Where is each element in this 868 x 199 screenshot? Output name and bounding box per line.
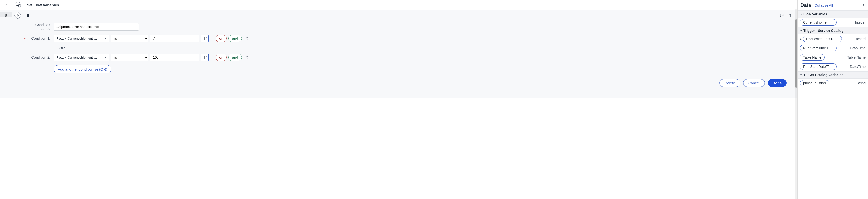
pill-prefix: Flo…	[56, 37, 64, 40]
condition-label-row: Condition Label:	[27, 23, 793, 31]
data-type: Date/Time	[850, 46, 866, 50]
condition-label-label: Condition Label:	[27, 23, 54, 31]
condition-1-label: * Condition 1:	[27, 37, 54, 40]
svg-point-2	[18, 15, 19, 15]
data-pill-phone-number[interactable]: phone_number	[800, 80, 829, 86]
done-button[interactable]: Done	[768, 79, 787, 87]
step-number: 7	[0, 2, 12, 7]
delete-step-icon[interactable]	[787, 13, 793, 18]
add-condition-set-button[interactable]: Add another condition set(OR)	[54, 65, 112, 73]
chevron-right-icon: ▸	[64, 56, 67, 59]
condition-2-row: Condition 2: Flo… ▸ Current shipment … ✕…	[27, 53, 793, 61]
condition-1-row: * Condition 1: Flo… ▸ Current shipment ……	[27, 35, 793, 42]
annotation-icon[interactable]	[779, 13, 785, 18]
step-title: Set Flow Variables	[24, 2, 797, 7]
pill-path: Current shipment …	[67, 56, 103, 59]
scrollbar-thumb[interactable]	[795, 19, 797, 88]
condition-2-label: Condition 2:	[27, 55, 54, 59]
data-pill-table-name[interactable]: Table Name	[800, 54, 825, 61]
pill-path: Current shipment …	[67, 37, 103, 40]
condition-1-value-input[interactable]	[150, 35, 199, 42]
caret-right-icon[interactable]: ▶	[800, 38, 802, 40]
data-type: Record	[855, 37, 866, 41]
chevron-right-icon: ▸	[64, 37, 67, 40]
condition-label-input[interactable]	[54, 23, 139, 31]
caret-down-icon: ▼	[800, 74, 802, 76]
data-type: Table Name	[847, 55, 866, 59]
pill-prefix: Flo…	[56, 56, 64, 59]
condition-2-value-input[interactable]	[150, 53, 199, 61]
branch-icon	[14, 11, 22, 19]
flow-step-8-block: 8 If	[0, 10, 797, 97]
and-button[interactable]: and	[228, 35, 242, 42]
data-item-row: Current shipment … Integer	[798, 18, 868, 27]
data-type: Integer	[855, 21, 866, 24]
or-button[interactable]: or	[216, 35, 226, 42]
data-pill-picker-button[interactable]	[201, 35, 209, 42]
flow-step-8-header[interactable]: 8 If	[0, 10, 797, 20]
or-divider-label: OR	[60, 46, 65, 50]
condition-2-operator-select[interactable]: is	[111, 53, 148, 61]
step-title: If	[24, 12, 779, 17]
data-type: Date/Time	[850, 65, 866, 69]
caret-down-icon: ▼	[800, 30, 802, 32]
data-pill-requested-item-record[interactable]: Requested Item Record	[803, 36, 842, 42]
required-asterisk-icon: *	[24, 37, 26, 42]
section-flow-variables[interactable]: ▼ Flow Variables	[798, 10, 868, 18]
section-get-catalog-variables[interactable]: ▼ 1 - Get Catalog Variables	[798, 71, 868, 79]
delete-button[interactable]: Delete	[719, 79, 740, 87]
caret-down-icon: ▼	[800, 13, 802, 15]
section-title: 1 - Get Catalog Variables	[803, 73, 843, 77]
clear-field-icon[interactable]: ✕	[103, 55, 107, 59]
collapse-all-link[interactable]: Collapse All	[814, 3, 833, 7]
condition-1-operator-select[interactable]: is	[111, 35, 148, 42]
section-trigger-service-catalog[interactable]: ▼ Trigger - Service Catalog	[798, 27, 868, 34]
data-pill-run-start-date-time[interactable]: Run Start Date/Time	[800, 64, 837, 70]
set-variables-icon: =y	[14, 2, 21, 8]
data-item-row: ▶ Requested Item Record Record	[798, 34, 868, 44]
clear-field-icon[interactable]: ✕	[103, 36, 107, 41]
flow-step-7[interactable]: 7 =y Set Flow Variables	[0, 0, 797, 10]
condition-1-field-pill[interactable]: Flo… ▸ Current shipment … ✕	[54, 35, 109, 42]
data-item-row: Run Start Time UTC Date/Time	[798, 44, 868, 53]
section-title: Flow Variables	[803, 12, 827, 16]
condition-set-divider: OR	[27, 46, 793, 50]
or-button[interactable]: or	[216, 54, 226, 61]
cancel-button[interactable]: Cancel	[743, 79, 765, 87]
data-pill-run-start-time-utc[interactable]: Run Start Time UTC	[800, 45, 837, 51]
step-number: 8	[0, 12, 12, 17]
data-item-row: Table Name Table Name	[798, 53, 868, 62]
data-panel: Data Collapse All ▼ Flow Variables Curre…	[797, 0, 868, 199]
scrollbar-track[interactable]	[795, 8, 797, 199]
panel-collapse-icon[interactable]	[861, 3, 865, 7]
remove-condition-icon[interactable]: ✕	[244, 55, 250, 60]
svg-point-1	[17, 16, 17, 16]
data-pill-current-shipment[interactable]: Current shipment …	[800, 19, 837, 26]
condition-2-field-pill[interactable]: Flo… ▸ Current shipment … ✕	[54, 53, 109, 61]
data-item-row: phone_number String	[798, 79, 868, 88]
data-item-row: Run Start Date/Time Date/Time	[798, 62, 868, 71]
remove-condition-icon[interactable]: ✕	[244, 36, 250, 41]
and-button[interactable]: and	[228, 54, 242, 61]
svg-point-0	[17, 14, 17, 15]
section-title: Trigger - Service Catalog	[803, 29, 844, 33]
data-pill-picker-button[interactable]	[201, 53, 209, 61]
data-panel-title: Data	[801, 2, 811, 8]
data-type: String	[857, 81, 866, 85]
condition-1-label-text: Condition 1:	[31, 37, 50, 40]
